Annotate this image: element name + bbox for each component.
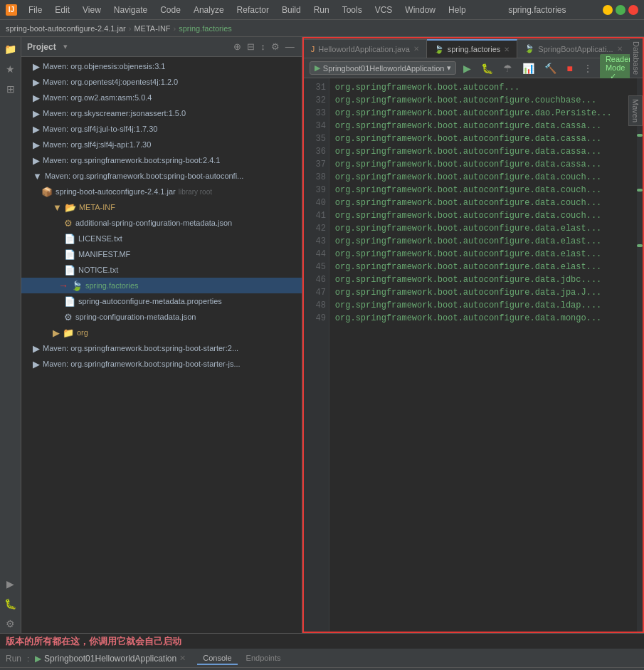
minimize-button[interactable] bbox=[603, 5, 613, 15]
tab-close-app-icon[interactable]: ✕ bbox=[617, 45, 623, 53]
menu-vcs[interactable]: VCS bbox=[369, 4, 398, 16]
tree-item[interactable]: ▶ Maven: org.slf4j:slf4j-api:1.7.30 bbox=[21, 137, 302, 152]
run-app-label[interactable]: ▶ Springboot01HelloworldApplication ✕ bbox=[35, 654, 186, 664]
more-actions-icon[interactable]: ⋮ bbox=[580, 61, 596, 75]
project-panel-title: Project bbox=[27, 42, 56, 52]
run-label: Run bbox=[6, 654, 21, 664]
run-panel: Run : ▶ Springboot01HelloworldApplicatio… bbox=[0, 649, 644, 670]
tree-item[interactable]: ▶ Maven: org.objenesis:objenesis:3.1 bbox=[21, 58, 302, 74]
project-icon[interactable]: 📁 bbox=[1, 40, 20, 58]
database-panel-toggle[interactable]: Database bbox=[630, 38, 643, 78]
window-title: spring.factories bbox=[477, 5, 597, 15]
menu-window[interactable]: Window bbox=[399, 4, 441, 16]
tree-item-config-metadata[interactable]: ⚙ spring-configuration-metadata.json bbox=[21, 309, 302, 325]
tree-item-autoconfigure[interactable]: 📄 spring-autoconfigure-metadata.properti… bbox=[21, 293, 302, 309]
run-close-icon[interactable]: ✕ bbox=[179, 654, 186, 663]
editor-tabs: J HelloworldApplication.java ✕ 🍃 spring.… bbox=[304, 38, 643, 58]
maven-panel-toggle[interactable]: Maven bbox=[628, 95, 643, 126]
main-area: 📁 ★ ⊞ ▶ 🐛 ⚙ Project ▾ ⊕ ⊟ ↕ ⚙ — bbox=[0, 37, 644, 633]
editor-content: 31 32 33 34 35 36 37 38 39 40 41 42 43 4… bbox=[304, 78, 643, 632]
menu-help[interactable]: Help bbox=[443, 4, 472, 16]
tree-item-file[interactable]: ⚙ additional-spring-configuration-metada… bbox=[21, 215, 302, 231]
tree-item-jar[interactable]: 📦 spring-boot-autoconfigure-2.4.1.jar li… bbox=[21, 184, 302, 199]
run-subtabs: Console Endpoints bbox=[197, 652, 286, 665]
code-line-49: org.springframework.boot.autoconfigure.d… bbox=[335, 312, 628, 325]
path-part-meta[interactable]: META-INF bbox=[134, 24, 170, 33]
debug-icon-side[interactable]: 🐛 bbox=[1, 595, 20, 613]
line-numbers: 31 32 33 34 35 36 37 38 39 40 41 42 43 4… bbox=[304, 78, 329, 632]
tree-item-starter[interactable]: ▶ Maven: org.springframework.boot:spring… bbox=[21, 340, 302, 356]
tree-item-license[interactable]: 📄 LICENSE.txt bbox=[21, 231, 302, 246]
maximize-button[interactable] bbox=[616, 5, 625, 15]
collapse-all-icon[interactable]: ⊟ bbox=[246, 40, 256, 53]
tree-item-spring-factories[interactable]: → 🍃 spring.factories bbox=[21, 278, 302, 293]
tree-item[interactable]: ▶ Maven: org.skyscreamer:jsonassert:1.5.… bbox=[21, 105, 302, 121]
structure-icon[interactable]: ⊞ bbox=[1, 80, 20, 98]
code-line-38: org.springframework.boot.autoconfigure.d… bbox=[335, 171, 628, 184]
tab-close-icon[interactable]: ✕ bbox=[413, 45, 419, 53]
menu-edit[interactable]: Edit bbox=[49, 4, 75, 16]
stop-button[interactable]: ■ bbox=[564, 61, 575, 75]
tree-item[interactable]: ▶ Maven: org.ow2.asm:asm:5.0.4 bbox=[21, 90, 302, 105]
settings-gear-icon[interactable]: ⚙ bbox=[270, 40, 281, 53]
run-configuration-selector[interactable]: ▶ Springboot01HelloworldApplication ▾ bbox=[310, 61, 457, 75]
coverage-button[interactable]: ☂ bbox=[500, 61, 515, 75]
tree-item-manifest[interactable]: 📄 MANIFEST.MF bbox=[21, 246, 302, 262]
path-part-file[interactable]: spring.factories bbox=[179, 24, 232, 33]
tree-item[interactable]: ▶ Maven: org.opentest4j:opentest4j:1.2.0 bbox=[21, 74, 302, 90]
menu-navigate[interactable]: Navigate bbox=[108, 4, 153, 16]
menu-refactor[interactable]: Refactor bbox=[231, 4, 275, 16]
code-line-46: org.springframework.boot.autoconfigure.d… bbox=[335, 273, 628, 286]
tab-spring-factories[interactable]: 🍃 spring.factories ✕ bbox=[427, 39, 518, 58]
build-button[interactable]: 🔨 bbox=[542, 61, 559, 75]
tree-item-notice[interactable]: 📄 NOTICE.txt bbox=[21, 262, 302, 278]
run-app-name: Springboot01HelloworldApplication bbox=[44, 654, 176, 664]
run-selector-dropdown: ▾ bbox=[447, 63, 451, 73]
spring-app-icon: 🍃 bbox=[524, 44, 534, 53]
menu-tools[interactable]: Tools bbox=[337, 4, 368, 16]
code-line-48: org.springframework.boot.autoconfigure.d… bbox=[335, 299, 628, 312]
arrow-indicator: → bbox=[58, 280, 68, 291]
tab-close-active-icon[interactable]: ✕ bbox=[504, 46, 510, 53]
run-button[interactable]: ▶ bbox=[460, 61, 474, 75]
menu-code[interactable]: Code bbox=[154, 4, 186, 16]
tab-label-app: SpringBootApplicati... bbox=[538, 45, 613, 53]
code-line-42: org.springframework.boot.autoconfigure.d… bbox=[335, 222, 628, 235]
run-icon-side[interactable]: ▶ bbox=[1, 575, 20, 593]
menu-build[interactable]: Build bbox=[276, 4, 307, 16]
hide-panel-icon[interactable]: — bbox=[284, 40, 296, 53]
debug-button[interactable]: 🐛 bbox=[478, 61, 496, 75]
code-line-37: org.springframework.boot.autoconfigure.d… bbox=[335, 158, 628, 171]
code-line-44: org.springframework.boot.autoconfigure.d… bbox=[335, 248, 628, 261]
tree-item[interactable]: ▶ Maven: org.slf4j:jul-to-slf4j:1.7.30 bbox=[21, 121, 302, 137]
tab-helloworld[interactable]: J HelloworldApplication.java ✕ bbox=[304, 39, 427, 58]
tree-item-meta-inf[interactable]: ▼ 📂 META-INF bbox=[21, 199, 302, 215]
window-controls bbox=[603, 5, 638, 15]
close-button[interactable] bbox=[628, 5, 638, 15]
tree-item[interactable]: ▼ Maven: org.springframework.boot:spring… bbox=[21, 168, 302, 184]
menu-run[interactable]: Run bbox=[308, 4, 335, 16]
code-line-45: org.springframework.boot.autoconfigure.d… bbox=[335, 261, 628, 273]
content-area: Project ▾ ⊕ ⊟ ↕ ⚙ — ▶ Maven: org.objenes… bbox=[21, 37, 644, 633]
tab-endpoints[interactable]: Endpoints bbox=[241, 652, 287, 665]
project-dropdown-icon[interactable]: ▾ bbox=[63, 42, 68, 51]
tree-item-starter-js[interactable]: ▶ Maven: org.springframework.boot:spring… bbox=[21, 356, 302, 372]
menu-view[interactable]: View bbox=[77, 4, 107, 16]
menu-analyze[interactable]: Analyze bbox=[188, 4, 230, 16]
menu-file[interactable]: File bbox=[23, 4, 48, 16]
code-line-34: org.springframework.boot.autoconfigure.d… bbox=[335, 120, 628, 132]
bottom-area: 版本的所有都在这，你调用它就会自己启动 Run : ▶ Springboot01… bbox=[0, 633, 644, 670]
tab-console[interactable]: Console bbox=[197, 652, 237, 665]
tab-label-active: spring.factories bbox=[448, 45, 501, 53]
sync-icon[interactable]: ⊕ bbox=[232, 40, 243, 53]
path-part-jar[interactable]: spring-boot-autoconfigure-2.4.1.jar bbox=[6, 24, 126, 33]
settings-icon-side[interactable]: ⚙ bbox=[1, 614, 20, 633]
tree-item-org[interactable]: ▶ 📁 org bbox=[21, 325, 302, 340]
sort-icon[interactable]: ↕ bbox=[259, 40, 267, 53]
bookmarks-icon[interactable]: ★ bbox=[1, 60, 20, 78]
editor-toolbar: ▶ Springboot01HelloworldApplication ▾ ▶ … bbox=[304, 58, 643, 78]
profiler-button[interactable]: 📊 bbox=[519, 61, 537, 75]
code-line-32: org.springframework.boot.autoconfigure.c… bbox=[335, 94, 628, 107]
tree-item[interactable]: ▶ Maven: org.springframework.boot:spring… bbox=[21, 152, 302, 168]
code-editor[interactable]: org.springframework.boot.autoconf... org… bbox=[329, 78, 634, 632]
